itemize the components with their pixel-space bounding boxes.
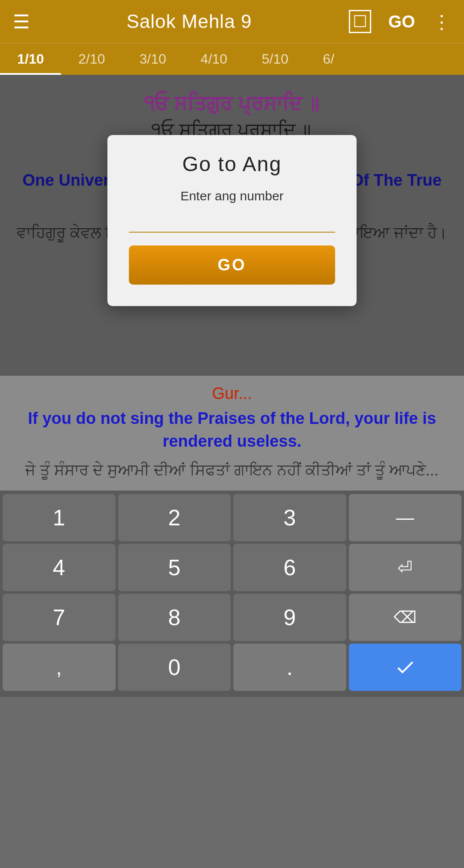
keyboard-row-1: 1 2 3 — [3,494,461,541]
dialog-overlay: Go to Ang Enter ang number GO [0,75,464,376]
key-6[interactable]: 6 [233,544,346,591]
tab-5-10[interactable]: 5/10 [244,43,305,75]
fullscreen-icon[interactable]: ☐ [349,10,371,33]
menu-icon[interactable]: ☰ [13,11,30,33]
dialog-go-button[interactable]: GO [129,245,335,285]
key-7[interactable]: 7 [3,594,116,641]
key-period[interactable]: . [233,644,346,691]
dialog-title: Go to Ang [129,152,335,176]
backspace-icon: ⌫ [394,608,417,627]
key-minus[interactable]: — [349,494,462,541]
key-3[interactable]: 3 [233,494,346,541]
header-actions: ☐ GO ⋮ [349,10,451,33]
key-9[interactable]: 9 [233,594,346,641]
key-backspace[interactable]: ⌫ [349,594,462,641]
page-title: Salok Mehla 9 [126,11,252,32]
content-area: ੧ਓ ਸਤਿਗੁਰ ਪ੍ਰਸਾਦਿ ॥ ੧ਓ ਸਤਿਗੁਰ ਪ੍ਰਸਾਦਿ ॥ … [0,75,464,376]
ang-number-input[interactable] [129,207,335,233]
checkmark-icon [394,656,416,678]
key-0[interactable]: 0 [118,644,231,691]
header: ☰ Salok Mehla 9 ☐ GO ⋮ [0,0,464,43]
bottom-content: Gur... If you do not sing the Praises of… [0,376,464,491]
dialog-input-label: Enter ang number [129,189,335,203]
tab-1-10[interactable]: 1/10 [0,43,61,75]
bottom-english-text: If you do not sing the Praises of the Lo… [13,407,451,453]
tab-4-10[interactable]: 4/10 [183,43,244,75]
bottom-red-text: Gur... [13,384,451,403]
key-4[interactable]: 4 [3,544,116,591]
key-comma[interactable]: , [3,644,116,691]
numeric-keyboard: 1 2 3 — 4 5 6 ⏎ 7 8 9 ⌫ , 0 . [0,491,464,697]
key-return[interactable]: ⏎ [349,544,462,591]
go-to-ang-dialog: Go to Ang Enter ang number GO [107,135,357,306]
keyboard-row-2: 4 5 6 ⏎ [3,544,461,591]
go-button[interactable]: GO [388,12,415,31]
tab-3-10[interactable]: 3/10 [122,43,183,75]
key-8[interactable]: 8 [118,594,231,641]
tabs-bar: 1/10 2/10 3/10 4/10 5/10 6/ [0,43,464,75]
bottom-punjabi-text: ਜੇ ਤੂੰ ਸੰਸਾਰ ਦੇ ਸੁਆਮੀ ਦੀਆਂ ਸਿਫਤਾਂ ਗਾਇਨ ਨ… [13,459,451,482]
key-2[interactable]: 2 [118,494,231,541]
key-5[interactable]: 5 [118,544,231,591]
key-confirm[interactable] [349,644,462,691]
key-1[interactable]: 1 [3,494,116,541]
more-icon[interactable]: ⋮ [432,11,451,33]
keyboard-row-3: 7 8 9 ⌫ [3,594,461,641]
tab-2-10[interactable]: 2/10 [61,43,122,75]
keyboard-row-4: , 0 . [3,644,461,691]
tab-6[interactable]: 6/ [305,43,351,75]
